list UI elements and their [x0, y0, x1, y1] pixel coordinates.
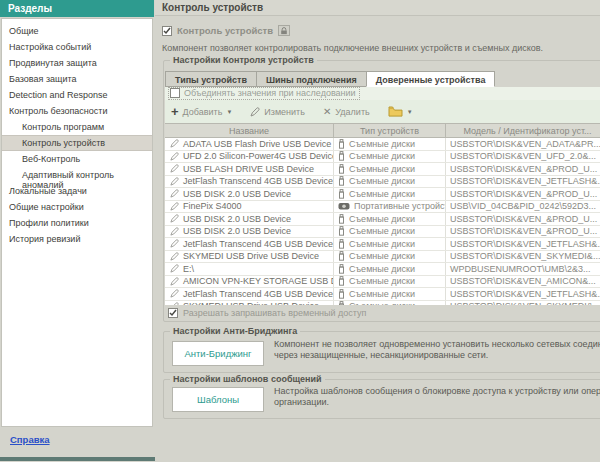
sidebar-item[interactable]: Контроль безопасности	[2, 103, 152, 119]
device-type: Съемные диски	[349, 301, 415, 305]
tab-connection-buses[interactable]: Шины подключения	[256, 71, 367, 87]
device-name: JetFlash Transcend 4GB USB Device	[183, 239, 333, 249]
table-row[interactable]: FinePix S4000 Портативные устройства (М.…	[165, 201, 600, 214]
usb-drive-icon	[338, 239, 345, 249]
anti-bridging-button[interactable]: Анти-Бриджинг	[172, 341, 264, 366]
device-type: Съемные диски	[349, 151, 415, 161]
device-control-checkbox[interactable]	[162, 26, 172, 36]
usb-drive-icon	[338, 251, 345, 261]
add-button[interactable]: + Добавить ▼	[171, 107, 232, 117]
device-type: Съемные диски	[349, 176, 415, 186]
table-row[interactable]: USB DISK 2.0 USB Device Съемные диски US…	[165, 213, 600, 226]
table-row[interactable]: JetFlash Transcend 4GB USB Device Съемны…	[165, 176, 600, 189]
sidebar-item[interactable]: Адаптивный контроль аномалий	[2, 167, 152, 183]
inherit-values-label: Объединять значения при наследовании	[184, 88, 356, 98]
device-name: UFD 2.0 Silicon-Power4G USB Device	[183, 151, 333, 161]
device-name: USB DISK 2.0 USB Device	[183, 189, 291, 199]
usb-drive-icon	[338, 276, 345, 286]
table-row[interactable]: USB FLASH DRIVE USB Device Съемные диски…	[165, 163, 600, 176]
delete-button[interactable]: ✕ Удалить	[323, 106, 370, 117]
pencil-icon	[170, 139, 179, 148]
sidebar-item[interactable]: Настройка событий	[2, 39, 152, 55]
table-row[interactable]: USB DISK 2.0 USB Device Съемные диски US…	[165, 188, 600, 201]
import-export-button[interactable]: ▼	[388, 106, 413, 117]
page-title: Контроль устройств	[155, 0, 600, 16]
column-model-id[interactable]: Модель / Идентификатор уст...	[445, 124, 600, 137]
trusted-devices-table: Название Тип устройств Модель / Идентифи…	[165, 123, 600, 305]
pencil-icon	[170, 289, 179, 298]
device-name: E:\	[183, 264, 194, 274]
sidebar-item[interactable]: История ревизий	[2, 231, 152, 247]
device-name: SKYMEDI USB Drive USB Device	[183, 251, 319, 261]
usb-drive-icon	[338, 214, 345, 224]
pencil-icon	[170, 252, 179, 261]
device-table-body: ADATA USB Flash Drive USB Device Съемные…	[165, 138, 600, 305]
usb-drive-icon	[338, 139, 345, 149]
device-model: USBSTOR\DISK&VEN_UFD_2.0&...	[445, 151, 600, 163]
device-type: Съемные диски	[349, 264, 415, 274]
column-name[interactable]: Название	[165, 124, 333, 137]
sidebar-item[interactable]: Продвинутая защита	[2, 55, 152, 71]
device-name: FinePix S4000	[183, 201, 242, 211]
edit-button[interactable]: Изменить	[250, 107, 305, 117]
usb-drive-icon	[338, 189, 345, 199]
device-model: USBSTOR\DISK&VEN_ADATA&PR...	[445, 138, 600, 150]
table-row[interactable]: UFD 2.0 Silicon-Power4G USB Device Съемн…	[165, 151, 600, 164]
sidebar-item[interactable]: Detection and Response	[2, 87, 152, 103]
device-type: Портативные устройства (М...	[354, 201, 445, 211]
templates-button[interactable]: Шаблоны	[172, 387, 264, 412]
lock-icon[interactable]	[278, 25, 290, 36]
device-model: USBSTOR\DISK&VEN_&PROD_U...	[445, 226, 600, 238]
table-row[interactable]: ADATA USB Flash Drive USB Device Съемные…	[165, 138, 600, 151]
table-row[interactable]: AMICON VPN-KEY STORAGE USB Device Съемны…	[165, 276, 600, 289]
table-row[interactable]: SKYMEDI USB Drive USB Device Съемные дис…	[165, 301, 600, 306]
device-name: AMICON VPN-KEY STORAGE USB Device	[183, 276, 333, 286]
sidebar-item[interactable]: Профили политики	[2, 215, 152, 231]
sidebar-item[interactable]: Контроль программ	[2, 119, 152, 135]
device-model: USBSTOR\DISK&VEN_JETFLASH&...	[445, 176, 600, 188]
device-control-enable-row: Контроль устройств	[162, 25, 290, 36]
table-row[interactable]: SKYMEDI USB Drive USB Device Съемные дис…	[165, 251, 600, 264]
device-type: Съемные диски	[349, 276, 415, 286]
tab-device-types[interactable]: Типы устройств	[165, 71, 257, 87]
device-name: SKYMEDI USB Drive USB Device	[183, 301, 319, 305]
column-device-type[interactable]: Тип устройств	[333, 124, 445, 137]
usb-drive-icon	[338, 176, 345, 186]
device-model: WPDBUSENUMROOT\UMB\2&3...	[445, 263, 600, 275]
message-templates-group: Настройки шаблонов сообщений Шаблоны Нас…	[163, 379, 600, 419]
inherit-values-focus: Объединять значения при наследовании	[168, 87, 360, 100]
device-type: Съемные диски	[349, 189, 415, 199]
sidebar-item[interactable]: Контроль устройств	[2, 135, 152, 151]
group-title: Настройки шаблонов сообщений	[170, 374, 325, 384]
device-name: ADATA USB Flash Drive USB Device	[183, 139, 331, 149]
table-row[interactable]: USB DISK 2.0 USB Device Съемные диски US…	[165, 226, 600, 239]
pencil-icon	[170, 189, 179, 198]
sidebar-item[interactable]: Базовая защита	[2, 71, 152, 87]
sidebar-item[interactable]: Общие настройки	[2, 199, 152, 215]
tab-trusted-devices[interactable]: Доверенные устройства	[366, 71, 496, 87]
sidebar-item[interactable]: Веб-Контроль	[2, 151, 152, 167]
device-control-label: Контроль устройств	[177, 25, 273, 36]
pencil-icon	[250, 107, 260, 117]
temporary-access-row: Разрешать запрашивать временный доступ	[168, 308, 366, 318]
inherit-values-checkbox[interactable]	[170, 88, 180, 98]
chevron-down-icon: ▼	[226, 109, 232, 115]
table-row[interactable]: JetFlash Transcend 4GB USB Device Съемны…	[165, 238, 600, 251]
sidebar-item[interactable]: Общие	[2, 23, 152, 39]
temporary-access-checkbox[interactable]	[168, 308, 178, 318]
device-model: USBSTOR\DISK&VEN_&PROD_U...	[445, 188, 600, 200]
device-type: Съемные диски	[349, 239, 415, 249]
usb-drive-icon	[338, 151, 345, 161]
temporary-access-label: Разрешать запрашивать временный доступ	[183, 308, 366, 318]
device-name: USB DISK 2.0 USB Device	[183, 214, 291, 224]
pencil-icon	[170, 152, 179, 161]
plus-icon: +	[171, 107, 179, 117]
device-control-tabs: Типы устройств Шины подключения Доверенн…	[165, 71, 494, 87]
table-row[interactable]: JetFlash Transcend 4GB USB Device Съемны…	[165, 288, 600, 301]
table-row[interactable]: E:\ Съемные диски WPDBUSENUMROOT\UMB\2&3…	[165, 263, 600, 276]
group-title: Настройки Контроля устройств	[170, 55, 317, 65]
trusted-devices-toolbar: + Добавить ▼ Изменить ✕ Удалить	[165, 100, 600, 123]
sidebar-item[interactable]: Локальные задачи	[2, 183, 152, 199]
help-link[interactable]: Справка	[10, 434, 50, 445]
pencil-icon	[170, 177, 179, 186]
